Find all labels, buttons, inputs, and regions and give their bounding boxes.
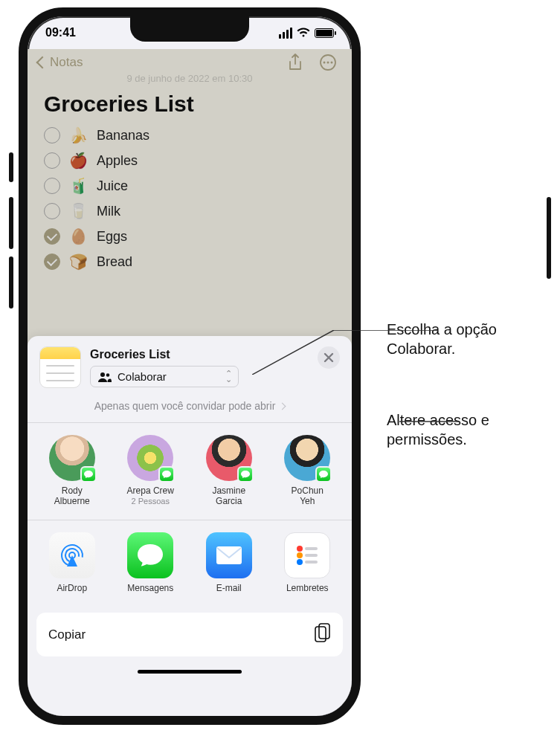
item-label: Juice: [97, 178, 128, 194]
more-icon[interactable]: [319, 54, 337, 71]
airdrop-icon: [49, 532, 95, 578]
svg-rect-16: [315, 627, 326, 642]
check-item[interactable]: 🥛Milk: [44, 198, 335, 224]
svg-rect-9: [216, 546, 242, 564]
avatar: [284, 435, 330, 481]
status-time: 09:41: [45, 26, 76, 39]
copy-action[interactable]: Copiar: [36, 613, 343, 656]
check-item[interactable]: 🍎Apples: [44, 148, 335, 173]
item-label: Bananas: [97, 128, 149, 143]
back-label: Notas: [50, 55, 83, 70]
checkbox-icon[interactable]: [44, 127, 60, 143]
note-thumbnail-icon: [39, 346, 81, 388]
app-label: E-mail: [192, 583, 266, 593]
contact-name: Yeh: [271, 496, 345, 506]
reminders-icon: [284, 532, 330, 578]
check-item[interactable]: 🍞Bread: [44, 249, 335, 274]
battery-icon: [315, 28, 334, 38]
share-sheet: Groceries List Colaborar ⌃⌄ Apenas quem …: [28, 336, 352, 716]
messages-badge-icon: [80, 466, 97, 482]
messages-badge-icon: [315, 466, 332, 482]
contact-name: Arepa Crew: [114, 485, 188, 496]
svg-point-2: [327, 62, 329, 64]
contact-name: Garcia: [192, 496, 266, 506]
note-title: Groceries List: [28, 84, 352, 123]
svg-rect-17: [319, 624, 329, 639]
collaborate-selector[interactable]: Colaborar ⌃⌄: [90, 366, 239, 387]
checkbox-icon[interactable]: [44, 203, 60, 219]
messages-icon: [127, 532, 173, 578]
app-label: Mensagens: [114, 583, 188, 593]
callout-collaborate: Escolha a opção Colaborar.: [387, 320, 560, 358]
notch: [130, 16, 249, 42]
share-contact[interactable]: Rody Albuerne: [35, 435, 109, 506]
check-item[interactable]: 🥚Eggs: [44, 224, 335, 249]
item-label: Milk: [97, 204, 120, 219]
messages-badge-icon: [237, 466, 254, 482]
svg-point-5: [106, 373, 110, 377]
notes-screen-dimmed: Notas 9 de junho de 2022 em 10:30 Grocer…: [28, 49, 352, 369]
share-app-airdrop[interactable]: AirDrop: [35, 532, 109, 593]
permissions-row[interactable]: Apenas quem você convidar pode abrir: [28, 393, 352, 423]
item-emoji: 🍎: [69, 152, 88, 170]
share-contact[interactable]: Arepa Crew 2 Pessoas: [114, 435, 188, 506]
item-label: Bread: [97, 254, 132, 270]
svg-rect-14: [305, 554, 318, 557]
share-icon[interactable]: [288, 54, 303, 71]
wifi-icon: [297, 28, 310, 38]
contact-name: PoChun: [271, 485, 345, 496]
avatar: [49, 435, 95, 481]
cellular-icon: [279, 28, 292, 39]
home-indicator[interactable]: [138, 670, 242, 674]
back-button[interactable]: Notas: [38, 55, 83, 70]
item-label: Eggs: [97, 229, 127, 245]
share-app-mail[interactable]: E-mail: [192, 532, 266, 593]
checkbox-icon[interactable]: [44, 178, 60, 194]
mail-icon: [206, 532, 252, 578]
app-label: AirDrop: [35, 583, 109, 593]
chevron-left-icon: [36, 57, 49, 69]
svg-point-4: [100, 372, 105, 377]
collaborate-label: Colaborar: [118, 370, 167, 383]
apps-row: AirDrop Mensagens E-mail Lembretes: [28, 520, 352, 607]
chevron-right-icon: [279, 402, 286, 410]
callout-permissions: Altere acesso e permissões.: [387, 410, 560, 449]
item-emoji: 🧃: [69, 177, 88, 195]
item-emoji: 🍌: [69, 126, 88, 144]
contact-name: Jasmine: [192, 485, 266, 496]
share-app-reminders[interactable]: Lembretes: [271, 532, 345, 593]
check-item[interactable]: 🧃Juice: [44, 173, 335, 198]
share-app-messages[interactable]: Mensagens: [114, 532, 188, 593]
item-emoji: 🥛: [69, 202, 88, 220]
copy-label: Copiar: [48, 627, 86, 642]
callout-line: [399, 421, 459, 422]
people-icon: [98, 372, 112, 382]
permissions-text: Apenas quem você convidar pode abrir: [94, 400, 276, 412]
avatar: [206, 435, 252, 481]
contact-subtitle: 2 Pessoas: [114, 496, 188, 506]
contact-name: Rody: [35, 485, 109, 496]
svg-point-1: [324, 62, 326, 64]
check-item[interactable]: 🍌Bananas: [44, 123, 335, 148]
checkbox-icon[interactable]: [44, 152, 60, 169]
svg-point-12: [297, 559, 303, 565]
note-date: 9 de junho de 2022 em 10:30: [28, 73, 352, 84]
app-label: Lembretes: [271, 583, 345, 593]
item-emoji: 🥚: [69, 227, 88, 245]
checklist: 🍌Bananas 🍎Apples 🧃Juice 🥛Milk 🥚Eggs 🍞Bre…: [28, 123, 352, 274]
share-contact[interactable]: PoChun Yeh: [271, 435, 345, 506]
share-contact[interactable]: Jasmine Garcia: [192, 435, 266, 506]
contacts-row: Rody Albuerne Arepa Crew 2 Pessoas Jasmi…: [28, 423, 352, 520]
svg-point-3: [331, 62, 333, 64]
svg-rect-15: [305, 561, 318, 564]
copy-icon: [315, 623, 331, 646]
item-emoji: 🍞: [69, 253, 88, 271]
contact-name: Albuerne: [35, 496, 109, 506]
messages-badge-icon: [158, 466, 175, 482]
checkbox-checked-icon[interactable]: [44, 254, 60, 270]
checkbox-checked-icon[interactable]: [44, 228, 60, 245]
svg-point-11: [297, 552, 303, 558]
callout-line: [252, 330, 438, 375]
item-label: Apples: [97, 153, 138, 169]
svg-rect-13: [305, 547, 318, 550]
